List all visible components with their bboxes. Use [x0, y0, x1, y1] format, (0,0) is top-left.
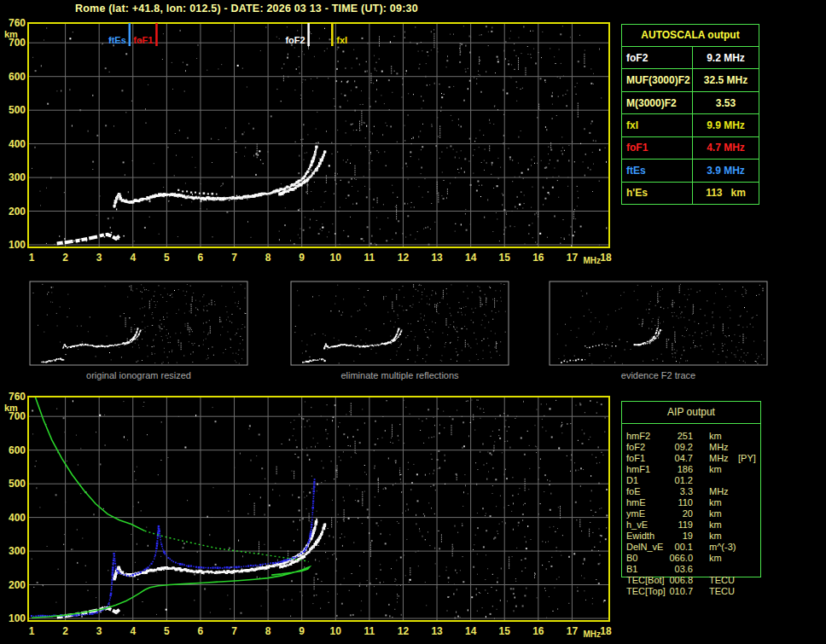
- x-tick-label: 3: [96, 252, 102, 264]
- parameter-unit: km: [709, 508, 722, 519]
- parameter-value: 19: [644, 531, 693, 542]
- x-tick-label: 6: [198, 625, 204, 637]
- parameter-label: B0: [626, 553, 637, 564]
- y-tick-label: 500: [9, 104, 26, 116]
- y-tick-label: 600: [9, 71, 26, 83]
- autoscala-table-row: foF14.7 MHz: [622, 137, 759, 160]
- y-tick-label: 200: [9, 206, 26, 218]
- parameter-value: 09.2: [644, 442, 693, 453]
- thumbnail-caption-2: eliminate multiple reflections: [291, 369, 509, 381]
- x-tick-label: 2: [62, 625, 68, 637]
- x-tick-label: 4: [130, 252, 136, 264]
- parameter-label: D1: [626, 475, 638, 486]
- x-tick-label: 9: [299, 252, 305, 264]
- thumbnail-border: [30, 281, 247, 365]
- y-tick-label: 400: [9, 138, 26, 150]
- x-tick-label: 14: [465, 252, 477, 264]
- parameter-label: ftEs: [622, 160, 693, 181]
- autoscala-table-row: M(3000)F23.53: [622, 92, 759, 114]
- parameter-value: 066.0: [644, 553, 693, 564]
- parameter-unit: TECU: [709, 586, 735, 597]
- x-tick-label: 13: [431, 625, 443, 637]
- x-tick-label: 5: [164, 252, 170, 264]
- aip-table-row: B103.6: [622, 564, 762, 575]
- y-tick-label: 100: [9, 239, 26, 251]
- y-tick-label: 300: [9, 545, 26, 557]
- autoscala-table-row: ftEs3.9 MHz: [622, 160, 759, 182]
- x-tick-label: 6: [198, 252, 204, 264]
- parameter-value: 00.1: [644, 542, 693, 553]
- aip-table-row: foF104.7MHz[PY]: [622, 453, 762, 464]
- parameter-value: 3.3: [644, 486, 693, 497]
- parameter-value: 9.9 MHz: [693, 114, 759, 136]
- aip-table-row: hmF1186km: [622, 464, 762, 475]
- parameter-flag: [PY]: [738, 453, 756, 464]
- y-tick-label: 400: [9, 512, 26, 524]
- parameter-value: 110: [644, 497, 693, 508]
- parameter-value: 3.53: [693, 92, 759, 113]
- x-tick-label: 9: [299, 625, 305, 637]
- processing-thumbnail-1: [30, 281, 247, 365]
- x-tick-label: 18: [600, 625, 612, 637]
- parameter-label: MUF(3000)F2: [622, 69, 693, 90]
- parameter-label: foF1: [622, 137, 693, 159]
- x-tick-label: 16: [532, 625, 544, 637]
- thumbnail-caption-3: evidence F2 trace: [550, 369, 767, 381]
- x-tick-label: 18: [600, 252, 612, 264]
- aip-table-row: foE3.3MHz: [622, 486, 762, 497]
- plot-frame: [28, 23, 609, 247]
- y-axis-unit: km: [4, 403, 18, 413]
- parameter-value: 20: [644, 508, 693, 519]
- parameter-unit: km: [709, 464, 722, 475]
- parameter-unit: km: [709, 497, 722, 508]
- x-tick-label: 5: [164, 625, 170, 637]
- trace-layer: [31, 397, 326, 619]
- plot-frame: [28, 397, 609, 621]
- Es-layer-echo: [57, 232, 125, 245]
- aip-table-row: TEC[Top]010.7TECU: [622, 586, 762, 597]
- y-tick-label: 100: [9, 612, 26, 624]
- parameter-value: 32.5 MHz: [693, 69, 759, 90]
- thumbnail-border: [291, 281, 509, 365]
- parameter-label: ymE: [626, 508, 645, 519]
- x-tick-label: 2: [62, 252, 68, 264]
- x-tick-label: 7: [231, 252, 237, 264]
- page-title: Rome (lat: +41.8, lon: 012.5) - DATE: 20…: [75, 3, 418, 15]
- F-upper-sparse-echo: [177, 189, 217, 195]
- parameter-unit: MHz: [709, 486, 729, 497]
- autoscala-table-row: foF29.2 MHz: [622, 47, 759, 69]
- parameter-value: 113 km: [693, 183, 759, 204]
- x-tick-label: 17: [567, 252, 579, 264]
- x-tick-label: 14: [465, 625, 477, 637]
- y-tick-label: 200: [9, 579, 26, 591]
- aip-table-title: AIP output: [622, 402, 760, 424]
- autoscala-table-row: h'Es113 km: [622, 183, 759, 204]
- x-tick-label: 1: [29, 625, 35, 637]
- parameter-unit: km: [709, 553, 722, 564]
- autoscala-table-row: fxI9.9 MHz: [622, 114, 759, 136]
- parameter-value: 04.7: [644, 453, 693, 464]
- parameter-unit: MHz: [709, 453, 729, 464]
- aip-table-row: DelN_vE00.1m^(-3): [622, 542, 762, 553]
- x-tick-label: 7: [231, 625, 237, 637]
- x-tick-label: 8: [265, 252, 271, 264]
- bottom-ionogram-plot: 760700600500400300200100km12345678910111…: [4, 391, 612, 639]
- F-trace-ordinary: [113, 146, 318, 208]
- x-tick-label: 15: [499, 252, 511, 264]
- aip-table-row: TEC[Bot]006.8TECU: [622, 575, 762, 586]
- marker-label-ftEs: ftEs: [108, 35, 126, 45]
- parameter-value: 03.6: [644, 564, 693, 575]
- aip-table-row: D101.2: [622, 475, 762, 486]
- parameter-unit: km: [709, 531, 722, 542]
- x-tick-label: 12: [398, 252, 410, 264]
- processing-thumbnail-2: [291, 281, 509, 365]
- parameter-label: hmE: [626, 497, 646, 508]
- aip-table-row: B0066.0km: [622, 553, 762, 564]
- x-tick-label: 16: [532, 252, 544, 264]
- y-tick-label: 600: [9, 444, 26, 456]
- parameter-value: 010.7: [644, 586, 693, 597]
- parameter-label: B1: [626, 564, 637, 575]
- y-tick-label: 500: [9, 478, 26, 490]
- y-tick-label: 760: [9, 391, 26, 403]
- x-tick-label: 10: [330, 252, 342, 264]
